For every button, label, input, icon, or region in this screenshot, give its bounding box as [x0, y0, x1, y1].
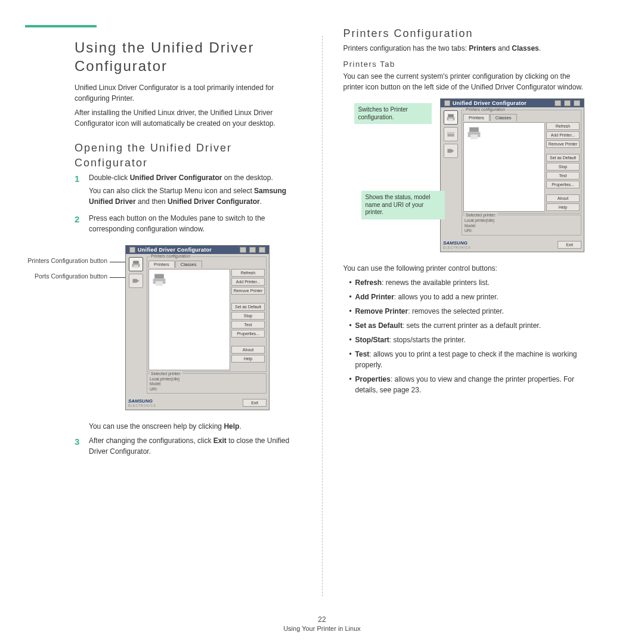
callout-printers-config: Printers Configuration button	[27, 257, 107, 264]
printer-icon	[131, 259, 141, 269]
figure-2: Switches to Printer configuration. Shows…	[343, 98, 584, 252]
samsung-logo: SAMSUNG	[443, 240, 471, 246]
scanners-config-button[interactable]	[444, 127, 458, 141]
list-item: Add Printer: allows you to add a new pri…	[349, 292, 584, 302]
app-icon	[444, 100, 450, 106]
intro-para-2: After installing the Unified Linux drive…	[75, 107, 307, 129]
help-button[interactable]: Help	[546, 203, 580, 211]
test-button[interactable]: Test	[546, 172, 580, 179]
steps-list-cont: You can use the onscreen help by clickin…	[75, 421, 307, 459]
groupbox-label: Printers configuration	[465, 107, 506, 112]
close-icon	[259, 247, 265, 253]
control-buttons: Refresh Add Printer... Remove Printer Se…	[546, 122, 580, 212]
properties-button[interactable]: Properties...	[231, 330, 265, 338]
test-button[interactable]: Test	[231, 321, 265, 329]
list-item: Remove Printer: removes the selected pri…	[349, 306, 584, 317]
right-column: Printers Configuration Printers configur…	[329, 24, 614, 596]
configurator-window-mock: Unified Driver Configurator	[125, 245, 270, 410]
svg-rect-3	[154, 274, 164, 278]
samsung-logo-sub: ELECTRONICS	[443, 246, 471, 249]
add-printer-button[interactable]: Add Printer...	[546, 131, 580, 139]
subheading-opening: Opening the Unified Driver Configurator	[75, 141, 307, 170]
printers-config-button[interactable]	[129, 257, 143, 271]
refresh-button[interactable]: Refresh	[231, 269, 265, 277]
step-3-text: After changing the configurations, click…	[89, 435, 307, 457]
tab-classes[interactable]: Classes	[175, 261, 202, 268]
control-buttons-list: Refresh: renews the available printers l…	[343, 277, 584, 395]
groupbox-label: Printers configuration	[150, 254, 191, 258]
tab-printers[interactable]: Printers	[463, 114, 490, 121]
heading-printers-tab: Printers Tab	[343, 60, 584, 69]
list-item: Test: allows you to print a test page to…	[349, 349, 584, 370]
callout-status: Shows the status, model name and URI of …	[361, 191, 445, 219]
step-number: 3	[75, 435, 83, 459]
left-column: Using the Unified Driver Configurator Un…	[30, 24, 316, 596]
maximize-icon	[249, 247, 256, 253]
stop-button[interactable]: Stop	[231, 312, 265, 320]
set-default-button[interactable]: Set as Default	[231, 303, 265, 311]
exit-button[interactable]: Exit	[243, 399, 267, 407]
printers-config-button[interactable]	[444, 110, 458, 125]
selected-printer-info: Selected printer: Local printer(idle) Mo…	[462, 215, 581, 235]
list-item: Set as Default: sets the current printer…	[349, 320, 584, 331]
set-default-button[interactable]: Set as Default	[546, 154, 580, 162]
about-button[interactable]: About	[546, 194, 580, 202]
minimize-icon	[240, 247, 246, 253]
page-footer: 22 Using Your Printer in Linux	[0, 615, 644, 632]
step-2-text: Press each button on the Modules pane to…	[89, 213, 307, 234]
tab-classes[interactable]: Classes	[490, 114, 517, 121]
samsung-logo: SAMSUNG	[128, 398, 156, 404]
stop-button[interactable]: Stop	[546, 163, 580, 171]
heading-printers-config: Printers Configuration	[343, 26, 584, 41]
window-titlebar: Unified Driver Configurator	[126, 246, 269, 254]
add-printer-button[interactable]: Add Printer...	[231, 278, 265, 286]
intro-para-1: Unified Linux Driver Configurator is a t…	[75, 82, 307, 104]
main-heading: Using the Unified Driver Configurator	[75, 38, 307, 75]
printers-tab-desc: You can see the current system's printer…	[343, 71, 584, 92]
window-titlebar: Unified Driver Configurator	[441, 99, 584, 107]
step-number: 1	[75, 172, 83, 209]
svg-rect-5	[156, 281, 163, 286]
printers-list[interactable]	[463, 122, 545, 212]
ports-config-button[interactable]	[444, 144, 458, 158]
minimize-icon	[555, 100, 561, 106]
callout-switches: Switches to Printer configuration.	[354, 103, 432, 124]
svg-rect-10	[448, 133, 454, 134]
about-button[interactable]: About	[231, 346, 265, 354]
properties-button[interactable]: Properties...	[546, 181, 580, 188]
list-item: Properties: allows you to view and chang…	[349, 374, 584, 395]
help-button[interactable]: Help	[231, 355, 265, 363]
tab-printers[interactable]: Printers	[148, 261, 175, 268]
after-figure-text: You can use the onscreen help by clickin…	[89, 421, 307, 432]
exit-button[interactable]: Exit	[558, 241, 581, 249]
scanner-icon	[446, 129, 456, 139]
port-icon	[131, 276, 141, 286]
svg-rect-2	[134, 265, 138, 268]
control-buttons-intro: You can use the following printer contro…	[343, 263, 584, 274]
window-title: Unified Driver Configurator	[138, 247, 212, 253]
configurator-window-mock-2: Unified Driver Configurator	[440, 98, 584, 252]
modules-pane	[128, 256, 144, 394]
svg-rect-6	[448, 114, 454, 117]
list-item: Refresh: renews the available printers l…	[349, 277, 584, 288]
app-icon	[129, 247, 135, 253]
printers-list[interactable]	[148, 269, 230, 370]
callout-ports-config: Ports Configuration button	[35, 273, 107, 280]
ports-config-button[interactable]	[129, 274, 143, 288]
refresh-button[interactable]: Refresh	[546, 122, 580, 130]
modules-pane	[442, 109, 459, 236]
column-divider	[322, 36, 323, 596]
accent-bar	[25, 25, 97, 27]
svg-rect-8	[448, 119, 453, 122]
step-1-line-1: Double-click Unified Driver Configurator…	[89, 172, 307, 183]
remove-printer-button[interactable]: Remove Printer	[546, 140, 580, 148]
steps-list: 1 Double-click Unified Driver Configurat…	[75, 172, 307, 237]
printer-icon	[446, 113, 456, 122]
remove-printer-button[interactable]: Remove Printer	[231, 287, 265, 295]
close-icon	[574, 100, 580, 106]
printers-config-intro: Printers configuration has the two tabs:…	[343, 43, 584, 54]
samsung-logo-sub: ELECTRONICS	[128, 404, 156, 407]
maximize-icon	[564, 100, 571, 106]
list-item: Stop/Start: stops/starts the printer.	[349, 335, 584, 345]
page-number: 22	[0, 615, 644, 624]
